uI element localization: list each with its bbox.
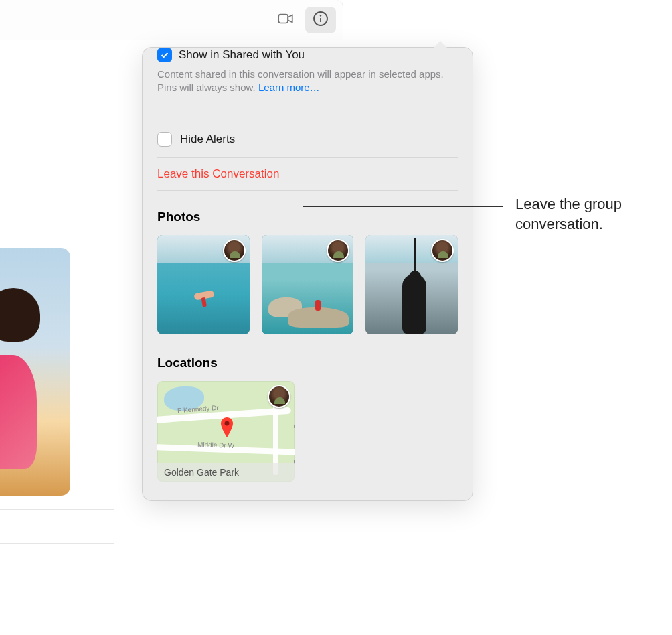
shared-photo-thumbnail[interactable] [365, 235, 458, 334]
details-button[interactable] [305, 7, 336, 33]
show-shared-checkbox[interactable] [157, 48, 172, 62]
hide-alerts-checkbox[interactable] [157, 132, 172, 147]
sender-avatar-icon [431, 239, 454, 262]
map-road-label: Transverse Dr [293, 421, 295, 464]
conversation-details-panel: Show in Shared with You Content shared i… [142, 47, 473, 501]
hide-alerts-row[interactable]: Hide Alerts [157, 121, 458, 157]
sender-avatar-icon [268, 385, 290, 408]
svg-point-3 [225, 421, 230, 425]
leave-conversation-row[interactable]: Leave this Conversation [157, 157, 458, 191]
photos-section-title: Photos [157, 210, 458, 224]
map-road-label: Middle Dr W [197, 441, 234, 449]
leave-conversation-label: Leave this Conversation [157, 167, 279, 180]
show-shared-label: Show in Shared with You [179, 48, 305, 62]
shared-photo-thumbnail[interactable] [157, 235, 250, 334]
svg-point-2 [320, 15, 321, 16]
annotation-text: Leave the group conversation. [515, 194, 672, 234]
shared-photos-grid [157, 235, 458, 334]
shared-photo-thumbnail[interactable] [262, 235, 354, 334]
hide-alerts-label: Hide Alerts [180, 133, 235, 146]
background-rules [0, 509, 114, 577]
locations-section-title: Locations [157, 356, 458, 370]
info-icon [313, 11, 329, 29]
window-toolbar [0, 0, 343, 40]
show-shared-row[interactable]: Show in Shared with You [143, 48, 473, 68]
learn-more-link[interactable]: Learn more… [258, 82, 320, 93]
video-icon [277, 10, 295, 30]
annotation-leader-line [303, 206, 503, 207]
svg-rect-0 [278, 14, 288, 23]
conversation-photo-preview [0, 248, 70, 496]
map-pin-icon [219, 416, 235, 441]
sender-avatar-icon [223, 239, 246, 262]
sender-avatar-icon [327, 239, 349, 262]
shared-helper-text: Content shared in this conversation will… [143, 68, 473, 121]
location-caption: Golden Gate Park [157, 463, 295, 482]
shared-location-thumbnail[interactable]: F Kennedy Dr Middle Dr W Transverse Dr G… [157, 381, 295, 482]
facetime-button[interactable] [270, 7, 301, 33]
